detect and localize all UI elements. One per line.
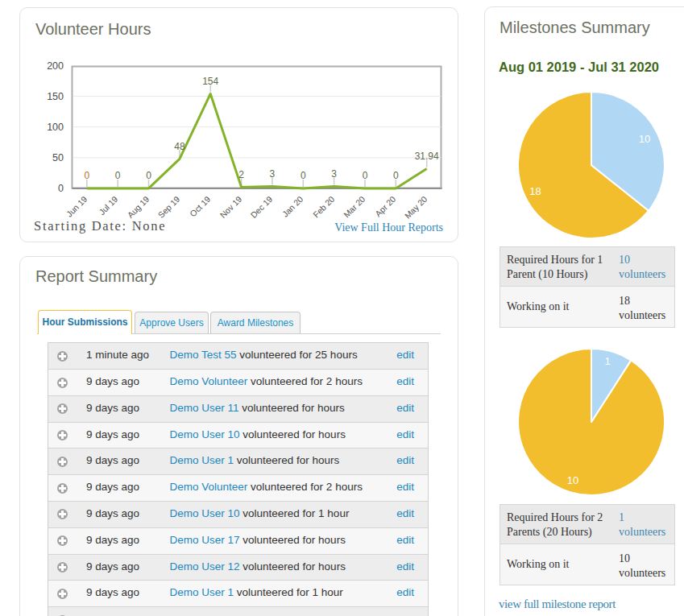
svg-text:0: 0: [84, 170, 89, 181]
svg-text:Aug 19: Aug 19: [125, 194, 151, 220]
svg-text:May 20: May 20: [403, 194, 429, 221]
svg-text:1: 1: [604, 355, 610, 367]
svg-text:Jan 20: Jan 20: [280, 194, 305, 219]
svg-text:3: 3: [331, 168, 337, 180]
svg-text:0: 0: [393, 170, 399, 181]
svg-text:Apr 20: Apr 20: [373, 194, 397, 218]
svg-text:10: 10: [567, 474, 578, 486]
svg-text:Oct 19: Oct 19: [188, 194, 212, 218]
svg-text:31.94: 31.94: [415, 151, 439, 162]
svg-text:Feb 20: Feb 20: [311, 194, 337, 220]
svg-text:0: 0: [363, 170, 368, 181]
svg-text:18: 18: [529, 185, 541, 197]
svg-text:100: 100: [47, 122, 64, 133]
svg-text:48: 48: [174, 141, 185, 152]
svg-text:10: 10: [639, 133, 650, 145]
svg-text:0: 0: [146, 170, 151, 181]
svg-text:3: 3: [270, 168, 276, 180]
svg-text:Dec 19: Dec 19: [248, 194, 274, 220]
svg-text:150: 150: [47, 91, 64, 102]
svg-text:0: 0: [301, 170, 306, 181]
svg-text:2: 2: [238, 169, 244, 180]
svg-text:200: 200: [47, 60, 64, 72]
svg-text:50: 50: [52, 152, 64, 163]
svg-text:0: 0: [115, 170, 121, 181]
svg-text:154: 154: [202, 76, 218, 87]
svg-text:Nov 19: Nov 19: [218, 194, 243, 220]
svg-text:Jun 19: Jun 19: [64, 194, 89, 219]
svg-text:Sep 19: Sep 19: [155, 194, 181, 220]
svg-text:0: 0: [58, 183, 64, 194]
svg-text:Mar 20: Mar 20: [342, 194, 367, 220]
svg-text:Jul 19: Jul 19: [97, 194, 119, 217]
